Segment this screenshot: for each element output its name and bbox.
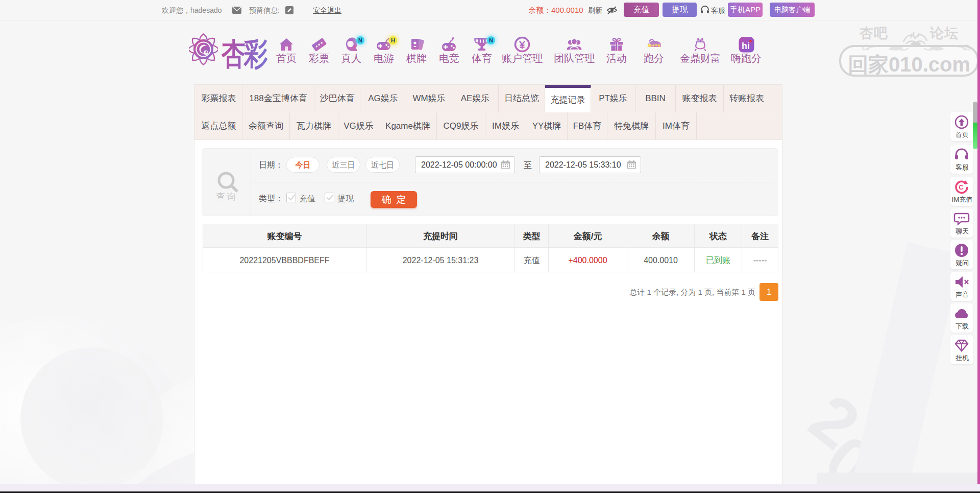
svg-text:C: C bbox=[959, 183, 964, 191]
svg-text:hi: hi bbox=[742, 41, 750, 51]
svg-text:跑分平台: 跑分平台 bbox=[647, 43, 661, 48]
